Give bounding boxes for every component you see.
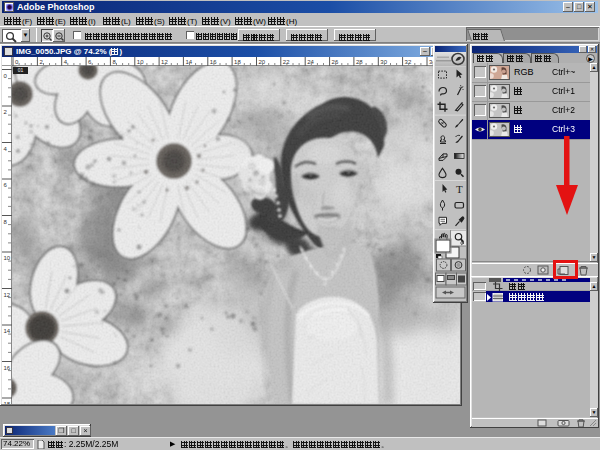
svg-text:10: 10: [4, 255, 11, 261]
svg-text:T: T: [456, 183, 463, 195]
svg-text:16: 16: [4, 365, 11, 371]
svg-text:18: 18: [4, 401, 11, 404]
svg-text:14: 14: [4, 328, 11, 334]
svg-text:12: 12: [4, 292, 11, 298]
